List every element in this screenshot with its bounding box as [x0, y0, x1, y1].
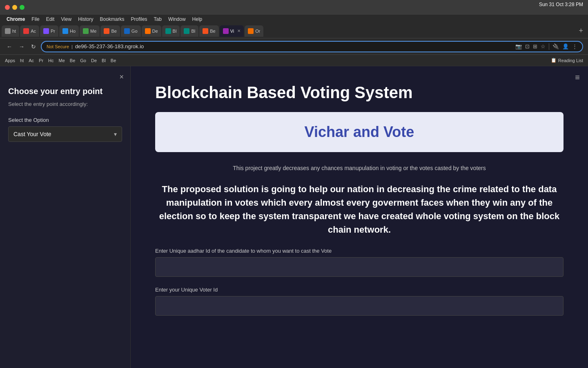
- url-text: de96-35-237-36-183.ngrok.io: [75, 43, 513, 49]
- entry-point-select[interactable]: Cast Your Vote ▾: [8, 126, 122, 142]
- bookmark-1[interactable]: ht: [20, 58, 24, 63]
- reading-list-label: Reading List: [558, 58, 583, 63]
- profile-icon[interactable]: 👤: [562, 43, 569, 49]
- menu-edit[interactable]: Edit: [46, 16, 55, 22]
- close-button[interactable]: [5, 5, 10, 10]
- new-tab-button[interactable]: +: [575, 27, 586, 35]
- tabs-bar: ht Ac Pr Ho Me Be Go De Bl Bl Be Vi✕ Or …: [0, 24, 588, 38]
- title-bar: Sun 31 Oct 3:28 PM: [0, 0, 588, 15]
- field2-label: Enter your Unique Voter Id: [155, 287, 564, 293]
- apps-label[interactable]: Apps: [5, 58, 15, 63]
- menu-profiles[interactable]: Profiles: [131, 16, 147, 22]
- sidebar-title: Choose your entry point: [8, 87, 122, 96]
- bookmark-6[interactable]: Be: [70, 58, 75, 63]
- tab-ac[interactable]: Ac: [20, 25, 39, 37]
- reload-button[interactable]: ↻: [29, 42, 38, 52]
- pip-icon[interactable]: ⊡: [525, 43, 530, 49]
- bookmarks-bar: Apps ht Ac Pr Hc Me Be Go De Bl Be 📋 Rea…: [0, 55, 588, 66]
- menu-tab[interactable]: Tab: [154, 16, 162, 22]
- address-bar: ← → ↻ Not Secure | de96-35-237-36-183.ng…: [0, 38, 588, 55]
- main-description: The proposed solution is going to help o…: [155, 182, 564, 236]
- tab-or[interactable]: Or: [245, 25, 263, 37]
- tab-ht[interactable]: ht: [2, 25, 19, 37]
- hamburger-icon[interactable]: ≡: [575, 73, 580, 82]
- minimize-button[interactable]: [12, 5, 17, 10]
- system-clock: Sun 31 Oct 3:28 PM: [534, 0, 588, 9]
- menu-chrome[interactable]: Chrome: [7, 16, 25, 22]
- divider: [549, 43, 549, 50]
- not-secure-indicator: Not Secure: [47, 44, 69, 49]
- menu-bar: Chrome File Edit View History Bookmarks …: [0, 15, 588, 24]
- menu-help[interactable]: Help: [192, 16, 203, 22]
- tab-go[interactable]: Go: [121, 25, 141, 37]
- menu-history[interactable]: History: [78, 16, 93, 22]
- chevron-down-icon: ▾: [114, 131, 117, 137]
- select-label: Select the Option: [8, 117, 122, 123]
- bookmark-10[interactable]: Be: [111, 58, 116, 63]
- traffic-lights: [5, 5, 24, 10]
- menu-file[interactable]: File: [31, 16, 39, 22]
- extension-icon[interactable]: 🔌: [552, 43, 559, 49]
- tab-bl2[interactable]: Bl: [180, 25, 198, 37]
- description-text: This project greatly decreases any chanc…: [155, 164, 564, 173]
- bookmark-7[interactable]: Go: [80, 58, 86, 63]
- bookmark-4[interactable]: Hc: [48, 58, 53, 63]
- field1-label: Enter Unique aadhar Id of the candidate …: [155, 248, 564, 254]
- tab-me[interactable]: Me: [80, 25, 100, 37]
- tab-ho[interactable]: Ho: [59, 25, 79, 37]
- select-value: Cast Your Vote: [13, 131, 51, 137]
- tab-be1[interactable]: Be: [100, 25, 120, 37]
- sidebar-subtitle: Select the entry point accordingly:: [8, 101, 122, 107]
- sidebar-close-button[interactable]: ×: [119, 73, 124, 81]
- bookmark-9[interactable]: Bl: [102, 58, 106, 63]
- camera-icon[interactable]: 📷: [515, 43, 522, 49]
- url-bar[interactable]: Not Secure | de96-35-237-36-183.ngrok.io…: [41, 41, 583, 52]
- separator: |: [71, 44, 73, 49]
- menu-window[interactable]: Window: [168, 16, 186, 22]
- sidebar: × Choose your entry point Select the ent…: [0, 66, 131, 368]
- reading-list-icon: 📋: [551, 58, 557, 63]
- tab-vi[interactable]: Vi✕: [220, 25, 244, 37]
- bookmark-2[interactable]: Ac: [29, 58, 34, 63]
- tab-search-icon[interactable]: ⊞: [533, 43, 537, 49]
- menu-dots-icon[interactable]: ⋮: [572, 43, 577, 49]
- bookmark-3[interactable]: Pr: [39, 58, 43, 63]
- tab-pr[interactable]: Pr: [40, 25, 58, 37]
- tab-be2[interactable]: Be: [199, 25, 218, 37]
- back-button[interactable]: ←: [5, 42, 14, 52]
- maximize-button[interactable]: [20, 5, 24, 10]
- menu-view[interactable]: View: [61, 16, 71, 22]
- page-title: Blockchain Based Voting System: [155, 83, 564, 102]
- bookmark-8[interactable]: De: [91, 58, 97, 63]
- bookmark-star-icon[interactable]: ☆: [541, 43, 546, 49]
- main-content: ≡ Blockchain Based Voting System Vichar …: [131, 66, 588, 368]
- voter-id-input[interactable]: [155, 296, 564, 316]
- menu-bookmarks[interactable]: Bookmarks: [100, 16, 125, 22]
- banner-title: Vichar and Vote: [167, 123, 552, 141]
- forward-button[interactable]: →: [17, 42, 26, 52]
- reading-list-button[interactable]: 📋 Reading List: [551, 58, 583, 63]
- aadhar-id-input[interactable]: [155, 257, 564, 277]
- page-layout: × Choose your entry point Select the ent…: [0, 66, 588, 368]
- bookmark-5[interactable]: Me: [59, 58, 65, 63]
- banner: Vichar and Vote: [155, 112, 564, 152]
- tab-bl1[interactable]: Bl: [162, 25, 180, 37]
- tab-de[interactable]: De: [142, 25, 161, 37]
